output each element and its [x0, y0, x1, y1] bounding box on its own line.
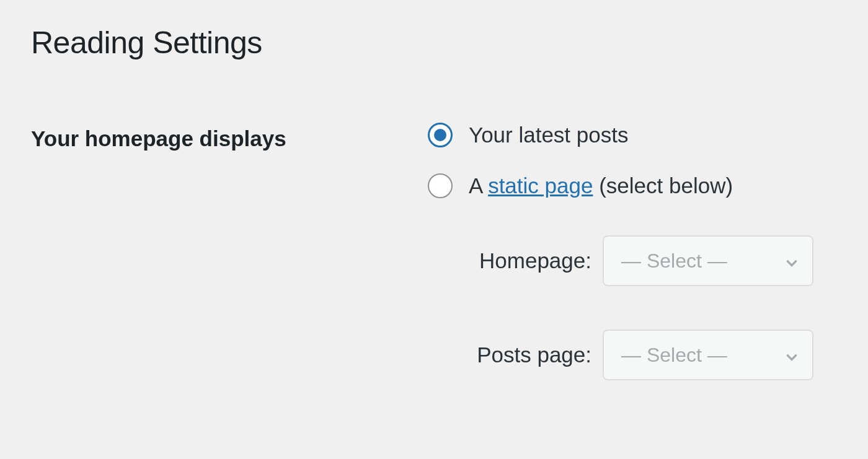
- homepage-select[interactable]: — Select —: [603, 235, 813, 286]
- homepage-select-label: Homepage:: [461, 248, 591, 273]
- static-page-link[interactable]: static page: [488, 173, 593, 198]
- radio-label-static-page: A static page (select below): [469, 173, 733, 198]
- radio-option-static-page[interactable]: A static page (select below): [428, 173, 837, 198]
- page-selects-group: Homepage: — Select — Posts page: — Selec…: [428, 235, 837, 380]
- homepage-displays-controls: Your latest posts A static page (select …: [428, 123, 837, 424]
- posts-page-select-value: — Select —: [621, 344, 727, 367]
- chevron-down-icon: [784, 253, 800, 269]
- chevron-down-icon: [784, 347, 800, 363]
- homepage-select-row: Homepage: — Select —: [428, 235, 837, 286]
- radio-button-icon: [428, 123, 453, 147]
- homepage-displays-row: Your homepage displays Your latest posts…: [31, 123, 837, 424]
- radio-option-latest-posts[interactable]: Your latest posts: [428, 123, 837, 147]
- homepage-displays-label: Your homepage displays: [31, 123, 428, 151]
- homepage-select-value: — Select —: [621, 250, 727, 273]
- posts-page-select-row: Posts page: — Select —: [428, 330, 837, 380]
- page-title: Reading Settings: [31, 25, 837, 61]
- posts-page-select-label: Posts page:: [461, 343, 591, 367]
- posts-page-select[interactable]: — Select —: [603, 330, 813, 380]
- radio-label-latest-posts: Your latest posts: [469, 123, 628, 147]
- radio-button-icon: [428, 173, 453, 198]
